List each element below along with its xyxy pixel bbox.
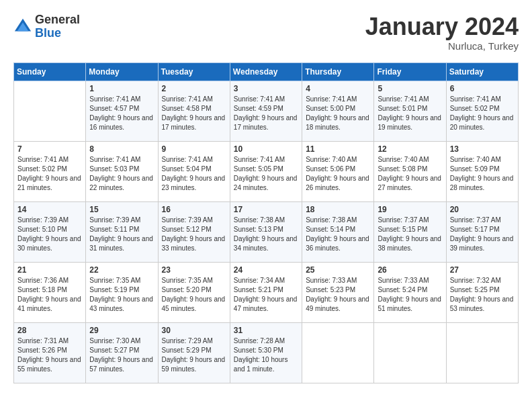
- calendar-cell: 8 Sunrise: 7:41 AMSunset: 5:03 PMDayligh…: [86, 141, 158, 201]
- calendar-cell: 20 Sunrise: 7:37 AMSunset: 5:17 PMDaylig…: [446, 201, 518, 262]
- day-info: Sunrise: 7:41 AMSunset: 5:02 PMDaylight:…: [17, 156, 81, 191]
- logo-general: General: [35, 13, 80, 27]
- calendar-week-2: 7 Sunrise: 7:41 AMSunset: 5:02 PMDayligh…: [14, 141, 519, 201]
- calendar-cell: [14, 81, 86, 141]
- day-info: Sunrise: 7:38 AMSunset: 5:13 PMDaylight:…: [234, 216, 298, 252]
- day-number: 28: [17, 326, 82, 335]
- day-info: Sunrise: 7:39 AMSunset: 5:11 PMDaylight:…: [89, 216, 153, 252]
- calendar-cell: 31 Sunrise: 7:28 AMSunset: 5:30 PMDaylig…: [230, 322, 302, 383]
- calendar-cell: 4 Sunrise: 7:41 AMSunset: 5:00 PMDayligh…: [302, 81, 374, 141]
- col-monday: Monday: [86, 62, 158, 81]
- calendar-cell: 17 Sunrise: 7:38 AMSunset: 5:13 PMDaylig…: [230, 201, 302, 262]
- day-info: Sunrise: 7:41 AMSunset: 5:02 PMDaylight:…: [450, 95, 514, 131]
- calendar-cell: 24 Sunrise: 7:34 AMSunset: 5:21 PMDaylig…: [230, 262, 302, 322]
- calendar-cell: 5 Sunrise: 7:41 AMSunset: 5:01 PMDayligh…: [374, 81, 446, 141]
- location: Nurluca, Turkey: [365, 40, 519, 52]
- calendar-week-4: 21 Sunrise: 7:36 AMSunset: 5:18 PMDaylig…: [14, 262, 519, 322]
- calendar-cell: 7 Sunrise: 7:41 AMSunset: 5:02 PMDayligh…: [14, 141, 86, 201]
- calendar-cell: 11 Sunrise: 7:40 AMSunset: 5:06 PMDaylig…: [302, 141, 374, 201]
- col-saturday: Saturday: [446, 62, 518, 81]
- col-thursday: Thursday: [302, 62, 374, 81]
- day-info: Sunrise: 7:34 AMSunset: 5:21 PMDaylight:…: [234, 277, 298, 312]
- day-info: Sunrise: 7:37 AMSunset: 5:15 PMDaylight:…: [378, 216, 441, 252]
- col-sunday: Sunday: [14, 62, 86, 81]
- day-number: 4: [306, 84, 370, 93]
- day-info: Sunrise: 7:41 AMSunset: 4:57 PMDaylight:…: [89, 95, 153, 131]
- calendar-week-3: 14 Sunrise: 7:39 AMSunset: 5:10 PMDaylig…: [14, 201, 519, 262]
- calendar-cell: [446, 322, 518, 383]
- calendar-cell: 6 Sunrise: 7:41 AMSunset: 5:02 PMDayligh…: [446, 81, 518, 141]
- day-info: Sunrise: 7:35 AMSunset: 5:20 PMDaylight:…: [162, 277, 226, 312]
- day-info: Sunrise: 7:41 AMSunset: 5:01 PMDaylight:…: [378, 95, 441, 131]
- calendar-cell: 27 Sunrise: 7:32 AMSunset: 5:25 PMDaylig…: [446, 262, 518, 322]
- day-info: Sunrise: 7:31 AMSunset: 5:26 PMDaylight:…: [17, 337, 81, 373]
- day-info: Sunrise: 7:35 AMSunset: 5:19 PMDaylight:…: [89, 277, 153, 312]
- calendar-cell: 28 Sunrise: 7:31 AMSunset: 5:26 PMDaylig…: [14, 322, 86, 383]
- day-number: 27: [450, 265, 515, 275]
- day-number: 13: [450, 144, 515, 154]
- calendar-cell: [374, 322, 446, 383]
- day-info: Sunrise: 7:41 AMSunset: 5:04 PMDaylight:…: [162, 156, 226, 191]
- day-info: Sunrise: 7:38 AMSunset: 5:14 PMDaylight:…: [306, 216, 369, 252]
- day-info: Sunrise: 7:33 AMSunset: 5:24 PMDaylight:…: [378, 277, 441, 312]
- day-number: 9: [162, 144, 226, 154]
- day-info: Sunrise: 7:36 AMSunset: 5:18 PMDaylight:…: [17, 277, 81, 312]
- day-number: 3: [234, 84, 298, 93]
- day-info: Sunrise: 7:29 AMSunset: 5:29 PMDaylight:…: [162, 337, 226, 373]
- day-info: Sunrise: 7:41 AMSunset: 5:00 PMDaylight:…: [306, 95, 369, 131]
- calendar-cell: 9 Sunrise: 7:41 AMSunset: 5:04 PMDayligh…: [158, 141, 230, 201]
- logo: General Blue: [13, 13, 80, 40]
- calendar-cell: 3 Sunrise: 7:41 AMSunset: 4:59 PMDayligh…: [230, 81, 302, 141]
- calendar-week-1: 1 Sunrise: 7:41 AMSunset: 4:57 PMDayligh…: [14, 81, 519, 141]
- day-number: 1: [89, 84, 154, 93]
- day-info: Sunrise: 7:41 AMSunset: 4:58 PMDaylight:…: [162, 95, 226, 131]
- col-wednesday: Wednesday: [230, 62, 302, 81]
- calendar-cell: 15 Sunrise: 7:39 AMSunset: 5:11 PMDaylig…: [86, 201, 158, 262]
- logo-text: General Blue: [35, 13, 80, 40]
- day-number: 26: [378, 265, 442, 275]
- day-number: 25: [306, 265, 370, 275]
- calendar-cell: 2 Sunrise: 7:41 AMSunset: 4:58 PMDayligh…: [158, 81, 230, 141]
- day-info: Sunrise: 7:41 AMSunset: 5:05 PMDaylight:…: [234, 156, 298, 191]
- calendar-cell: 29 Sunrise: 7:30 AMSunset: 5:27 PMDaylig…: [86, 322, 158, 383]
- day-info: Sunrise: 7:40 AMSunset: 5:08 PMDaylight:…: [378, 156, 441, 191]
- day-info: Sunrise: 7:32 AMSunset: 5:25 PMDaylight:…: [450, 277, 514, 312]
- page-header: General Blue January 2024 Nurluca, Turke…: [13, 13, 519, 52]
- header-row: Sunday Monday Tuesday Wednesday Thursday…: [14, 62, 519, 81]
- day-number: 29: [89, 326, 154, 335]
- day-info: Sunrise: 7:30 AMSunset: 5:27 PMDaylight:…: [89, 337, 153, 373]
- calendar-header: Sunday Monday Tuesday Wednesday Thursday…: [14, 62, 519, 81]
- calendar-cell: 21 Sunrise: 7:36 AMSunset: 5:18 PMDaylig…: [14, 262, 86, 322]
- col-tuesday: Tuesday: [158, 62, 230, 81]
- day-number: 23: [162, 265, 226, 275]
- calendar-cell: 12 Sunrise: 7:40 AMSunset: 5:08 PMDaylig…: [374, 141, 446, 201]
- calendar-table: Sunday Monday Tuesday Wednesday Thursday…: [13, 62, 519, 383]
- day-number: 15: [89, 205, 154, 214]
- day-number: 31: [234, 326, 298, 335]
- day-info: Sunrise: 7:41 AMSunset: 5:03 PMDaylight:…: [89, 156, 153, 191]
- col-friday: Friday: [374, 62, 446, 81]
- calendar-cell: 18 Sunrise: 7:38 AMSunset: 5:14 PMDaylig…: [302, 201, 374, 262]
- calendar-cell: 22 Sunrise: 7:35 AMSunset: 5:19 PMDaylig…: [86, 262, 158, 322]
- day-number: 2: [162, 84, 226, 93]
- calendar-cell: 14 Sunrise: 7:39 AMSunset: 5:10 PMDaylig…: [14, 201, 86, 262]
- calendar-cell: 23 Sunrise: 7:35 AMSunset: 5:20 PMDaylig…: [158, 262, 230, 322]
- day-number: 10: [234, 144, 298, 154]
- day-info: Sunrise: 7:28 AMSunset: 5:30 PMDaylight:…: [234, 337, 288, 373]
- calendar-cell: 10 Sunrise: 7:41 AMSunset: 5:05 PMDaylig…: [230, 141, 302, 201]
- day-number: 17: [234, 205, 298, 214]
- calendar-cell: 13 Sunrise: 7:40 AMSunset: 5:09 PMDaylig…: [446, 141, 518, 201]
- calendar-cell: 26 Sunrise: 7:33 AMSunset: 5:24 PMDaylig…: [374, 262, 446, 322]
- calendar-week-5: 28 Sunrise: 7:31 AMSunset: 5:26 PMDaylig…: [14, 322, 519, 383]
- day-number: 5: [378, 84, 442, 93]
- day-number: 21: [17, 265, 82, 275]
- day-number: 18: [306, 205, 370, 214]
- logo-blue: Blue: [35, 27, 80, 40]
- calendar-cell: 1 Sunrise: 7:41 AMSunset: 4:57 PMDayligh…: [86, 81, 158, 141]
- calendar-body: 1 Sunrise: 7:41 AMSunset: 4:57 PMDayligh…: [14, 81, 519, 383]
- day-number: 14: [17, 205, 82, 214]
- day-number: 20: [450, 205, 515, 214]
- calendar-cell: [302, 322, 374, 383]
- day-number: 19: [378, 205, 442, 214]
- day-info: Sunrise: 7:40 AMSunset: 5:06 PMDaylight:…: [306, 156, 369, 191]
